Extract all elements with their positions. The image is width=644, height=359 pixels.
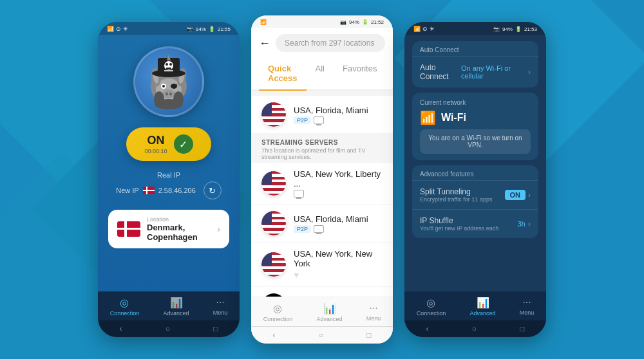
menu-icon-left: ···	[216, 297, 224, 308]
status-left-right: 📶 ⊙ ✳	[413, 26, 435, 32]
refresh-button[interactable]: ↻	[204, 181, 222, 199]
home-btn-mid[interactable]: ○	[319, 331, 323, 340]
check-circle: ✓	[174, 134, 193, 154]
mascot-container	[133, 46, 204, 117]
home-btn-right[interactable]: ○	[472, 324, 477, 333]
on-button[interactable]: ON 00:00:10 ✓	[126, 127, 211, 161]
split-tunneling-info: Split Tunneling Encrypted traffic for 11…	[420, 187, 492, 203]
recents-btn-mid[interactable]: □	[366, 331, 371, 340]
status-left-middle: 📶	[260, 19, 267, 25]
split-tunneling-row[interactable]: Split Tunneling Encrypted traffic for 11…	[412, 180, 538, 209]
dk-flag-large	[117, 221, 140, 237]
list-item[interactable]: USA, New York, New York ♥	[251, 243, 393, 286]
wifi-label: Wi-Fi	[441, 112, 466, 124]
p2p-badge-3: P2P	[294, 225, 311, 233]
screen-badge-1	[314, 116, 324, 124]
signal-right: 📶	[413, 26, 421, 32]
nav-connection-mid[interactable]: ◎ Connection	[263, 302, 293, 322]
bt-icon: ✳	[123, 26, 128, 32]
dk-flag-small	[143, 187, 155, 194]
tab-quick-access[interactable]: Quick Access	[259, 57, 307, 89]
nav-advanced-right[interactable]: 📊 Advanced	[469, 297, 495, 317]
status-left-left: 📶 ⊙ ✳	[107, 26, 128, 32]
advanced-features-section: Advanced features Split Tunneling Encryp…	[412, 165, 538, 238]
advanced-icon-right: 📊	[477, 297, 489, 309]
location-label: Location	[147, 216, 211, 223]
nav-advanced-mid[interactable]: 📊 Advanced	[316, 302, 342, 322]
auto-connect-row[interactable]: Auto Connect On any Wi-Fi or cellular ›	[412, 56, 538, 87]
usa-flag-4	[261, 252, 286, 277]
list-item[interactable]: USA, New York, Liberty ...	[251, 163, 393, 204]
network-section: Current network 📶 Wi-Fi You are on a Wi-…	[412, 93, 538, 160]
signal-mid: 📶	[260, 19, 267, 25]
back-btn-right[interactable]: ‹	[426, 324, 429, 333]
battery-icon-right: 🔋	[515, 26, 522, 32]
svg-point-23	[154, 91, 164, 107]
svg-point-18	[169, 63, 172, 66]
wifi-right: ⊙	[422, 26, 428, 32]
recents-btn-right[interactable]: □	[520, 324, 524, 333]
advanced-icon-mid: 📊	[323, 302, 336, 315]
usa-flag-3	[261, 211, 286, 235]
location-card[interactable]: Location Denmark, Copenhagen ›	[108, 210, 229, 248]
wifi-status-icon: ⊙	[116, 26, 121, 32]
nav-connection-left[interactable]: ◎ Connection	[110, 297, 140, 317]
server-badges-1: P2P	[294, 116, 383, 124]
auto-connect-value: On any Wi-Fi or cellular ›	[461, 64, 531, 80]
server-info-3: USA, Florida, Miami P2P	[294, 214, 383, 233]
wifi-row: 📶 Wi-Fi	[420, 110, 531, 125]
tab-favorites[interactable]: Favorites	[334, 57, 386, 89]
auto-connect-label: Auto Connect	[420, 63, 461, 81]
screen-badge-3	[314, 225, 324, 233]
new-ip-label: New IP	[116, 187, 138, 194]
battery-icon-mid: 🔋	[362, 19, 368, 25]
nav-menu-mid[interactable]: ··· Menu	[366, 302, 381, 322]
ip-shuffle-row[interactable]: IP Shuffle You'll get new IP address eac…	[412, 209, 538, 238]
new-ip-value: 2.58.46.206	[158, 187, 196, 194]
status-right-right: 📷 94% 🔋 21:53	[493, 26, 537, 32]
server-info-2: USA, New York, Liberty ...	[294, 169, 383, 198]
status-right-middle: 📷 94% 🔋 21:52	[340, 19, 384, 25]
svg-rect-19	[166, 68, 171, 69]
server-name-4: USA, New York, New York	[294, 249, 383, 268]
svg-point-7	[162, 89, 175, 98]
split-tunneling-label: Split Tunneling	[420, 187, 492, 196]
status-bar-middle: 📶 📷 94% 🔋 21:52	[251, 15, 393, 28]
svg-point-4	[162, 85, 165, 87]
ip-shuffle-chevron-icon: ›	[528, 219, 531, 228]
home-btn-left[interactable]: ○	[166, 324, 170, 333]
phone-right: 📶 ⊙ ✳ 📷 94% 🔋 21:53 Auto Connect Auto Co…	[404, 22, 546, 337]
mascot-svg	[140, 53, 198, 111]
list-item[interactable]: USA, Florida, Miami P2P	[251, 205, 393, 242]
nav-bar-middle: ◎ Connection 📊 Advanced ··· Menu	[251, 297, 393, 326]
network-info-pill: You are on a Wi-Fi so we turn on VPN.	[420, 129, 531, 154]
connection-icon-right: ◎	[426, 297, 435, 309]
server-name-1: USA, Florida, Miami	[294, 106, 383, 115]
svg-point-24	[173, 91, 184, 107]
streaming-section-header: STREAMING SERVERS This location is optim…	[251, 134, 393, 163]
server-name-2: USA, New York, Liberty ...	[294, 169, 383, 189]
location-chevron-icon: ›	[217, 224, 220, 234]
nav-connection-right[interactable]: ◎ Connection	[417, 297, 446, 317]
auto-connect-value-text: On any Wi-Fi or cellular	[461, 64, 526, 80]
status-right-left: 📷 94% 🔋 21:55	[187, 26, 231, 32]
tab-all[interactable]: All	[307, 57, 334, 89]
right-content: Auto Connect Auto Connect On any Wi-Fi o…	[404, 35, 546, 291]
nav-menu-left[interactable]: ··· Menu	[213, 297, 228, 317]
battery-pct-right: 94%	[502, 26, 513, 32]
back-btn-mid[interactable]: ‹	[273, 331, 276, 340]
nav-bar-right: ◎ Connection 📊 Advanced ··· Menu	[404, 291, 546, 320]
android-nav-middle: ‹ ○ □	[251, 326, 393, 344]
nav-advanced-left[interactable]: 📊 Advanced	[163, 297, 189, 317]
back-arrow-mid[interactable]: ←	[259, 37, 270, 50]
nav-menu-right[interactable]: ··· Menu	[520, 297, 535, 317]
search-box[interactable]: Search from 297 locations	[276, 34, 385, 52]
recents-btn-left[interactable]: □	[213, 324, 218, 333]
svg-point-17	[166, 63, 168, 66]
ip-shuffle-value: 3h ›	[518, 219, 531, 228]
split-tunneling-sublabel: Encrypted traffic for 11 apps	[420, 196, 492, 203]
list-item[interactable]: USA, Florida, Miami P2P	[251, 96, 393, 133]
tabs-row: Quick Access All Favorites	[251, 57, 393, 91]
back-btn-left[interactable]: ‹	[120, 324, 122, 333]
list-item[interactable]: Germany, Frankfurt P2P	[251, 287, 393, 297]
